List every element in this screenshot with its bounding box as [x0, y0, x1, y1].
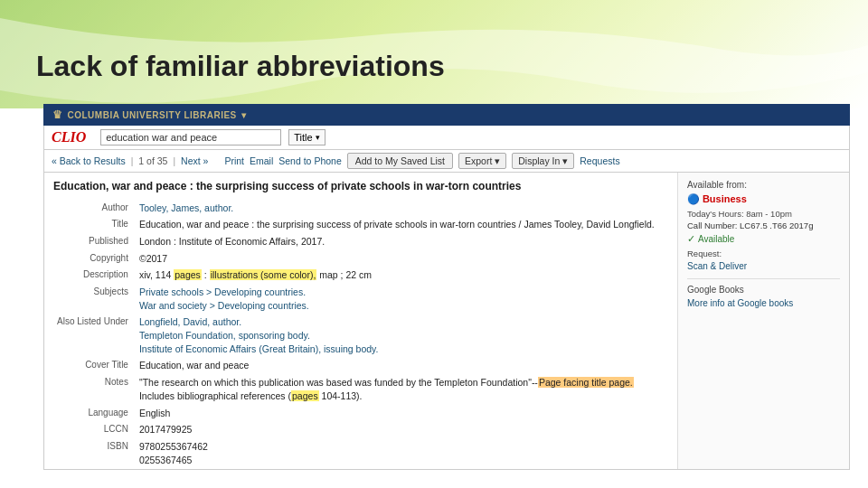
check-icon: ✓	[687, 233, 695, 245]
status-badge: Available	[698, 234, 734, 244]
location-row: 🔵 Business	[687, 193, 840, 205]
action-bar: « Back to Results | 1 of 35 | Next » Pri…	[43, 150, 850, 173]
author-value: Tooley, James, author.	[136, 200, 668, 217]
table-row: ISBN 97802553674620255367465	[53, 438, 668, 468]
search-input[interactable]	[100, 129, 281, 145]
table-row: Format Book	[53, 468, 668, 469]
bib-info-panel: Education, war and peace : the surprisin…	[44, 173, 677, 469]
table-row: Cover Title Education, war and peace	[53, 357, 668, 374]
location-icon: 🔵	[687, 193, 700, 204]
author-label: Author	[53, 200, 136, 217]
pagination-text: 1 of 35	[138, 155, 167, 166]
notes-value: "The research on which this publication …	[136, 374, 668, 404]
published-value: London : Institute of Economic Affairs, …	[136, 233, 668, 250]
clio-search-bar: CLIO Title ▾	[43, 126, 850, 150]
google-books-title: Google Books	[687, 285, 840, 295]
copyright-value: ©2017	[136, 250, 668, 267]
available-from-label: Available from:	[687, 180, 840, 190]
google-books-section: Google Books More info at Google books	[687, 278, 840, 308]
columbia-dropdown-arrow[interactable]: ▾	[241, 110, 247, 120]
table-row: Language English	[53, 405, 668, 422]
pages-highlight: pages	[174, 269, 202, 280]
call-number-label: Call Number:	[687, 221, 737, 230]
description-value: xiv, 114 pages : illustrations (some col…	[136, 267, 668, 284]
columbia-bar-text: Columbia University Libraries	[68, 110, 237, 120]
next-link[interactable]: Next »	[181, 155, 208, 166]
columbia-logo: ♛ Columbia University Libraries ▾	[52, 108, 246, 121]
search-type-dropdown[interactable]: Title ▾	[288, 129, 325, 145]
table-row: Notes "The research on which this public…	[53, 374, 668, 404]
title-label: Title	[53, 216, 136, 233]
print-link[interactable]: Print	[224, 155, 244, 166]
format-label: Format	[53, 468, 136, 469]
subjects-label: Subjects	[53, 284, 136, 314]
isbn-label: ISBN	[53, 438, 136, 468]
table-row: Also Listed Under Longfield, David, auth…	[53, 314, 668, 357]
clio-logo: CLIO	[52, 129, 86, 145]
status-row: ✓ Available	[687, 233, 840, 245]
copyright-label: Copyright	[53, 250, 136, 267]
also-listed-value: Longfield, David, author. Templeton Foun…	[136, 314, 668, 357]
lccn-label: LCCN	[53, 421, 136, 438]
cover-title-label: Cover Title	[53, 357, 136, 374]
crown-icon: ♛	[52, 108, 63, 121]
display-in-button[interactable]: Display In ▾	[512, 153, 574, 169]
language-label: Language	[53, 405, 136, 422]
table-row: LCCN 2017479925	[53, 421, 668, 438]
subject-link-2[interactable]: War and society > Developing countries.	[139, 300, 309, 311]
requests-link[interactable]: Requests	[580, 155, 619, 166]
published-label: Published	[53, 233, 136, 250]
call-number-value: LC67.5 .T66 2017g	[740, 221, 813, 230]
also-listed-label: Also Listed Under	[53, 314, 136, 357]
email-link[interactable]: Email	[250, 155, 273, 166]
display-arrow-icon: ▾	[562, 155, 568, 166]
subjects-value: Private schools > Developing countries. …	[136, 284, 668, 314]
display-in-label: Display In	[518, 155, 560, 166]
scan-deliver-link[interactable]: Scan & Deliver	[687, 261, 747, 271]
record-panel: Education, war and peace : the surprisin…	[43, 173, 850, 470]
cover-title-value: Education, war and peace	[136, 357, 668, 374]
separator-1: |	[131, 156, 134, 166]
back-to-results-link[interactable]: « Back to Results	[52, 155, 126, 166]
also-listed-link-2[interactable]: Templeton Foundation, sponsoring body.	[139, 330, 310, 341]
language-value: English	[136, 405, 668, 422]
bib-table: Author Tooley, James, author. Title Educ…	[53, 200, 668, 469]
lccn-value: 2017479925	[136, 421, 668, 438]
illustrations-highlight: illustrations (some color),	[210, 269, 317, 280]
hours-label: Today's Hours:	[687, 209, 744, 219]
hours-row: Today's Hours: 8am - 10pm	[687, 209, 840, 219]
google-books-link[interactable]: More info at Google books	[687, 298, 793, 308]
also-listed-link-3[interactable]: Institute of Economic Affairs (Great Bri…	[139, 343, 379, 354]
export-button[interactable]: Export ▾	[458, 153, 506, 169]
table-row: Copyright ©2017	[53, 250, 668, 267]
location-link[interactable]: Business	[703, 193, 747, 204]
notes-label: Notes	[53, 374, 136, 404]
main-content: ♛ Columbia University Libraries ▾ CLIO T…	[43, 104, 850, 470]
table-row: Author Tooley, James, author.	[53, 200, 668, 217]
description-label: Description	[53, 267, 136, 284]
pages-notes-highlight: pages	[291, 390, 319, 401]
hours-value: 8am - 10pm	[746, 209, 792, 219]
availability-panel: Available from: 🔵 Business Today's Hours…	[677, 173, 849, 469]
call-number-row: Call Number: LC67.5 .T66 2017g	[687, 221, 840, 230]
slide-title: Lack of familiar abbreviations	[36, 50, 445, 83]
isbn-value: 97802553674620255367465	[136, 438, 668, 468]
table-row: Description xiv, 114 pages : illustratio…	[53, 267, 668, 284]
page-facing-highlight: Page facing title page.	[538, 377, 634, 388]
also-listed-link-1[interactable]: Longfield, David, author.	[139, 316, 241, 327]
send-to-phone-link[interactable]: Send to Phone	[278, 155, 341, 166]
export-label: Export	[465, 155, 492, 166]
table-row: Published London : Institute of Economic…	[53, 233, 668, 250]
author-link[interactable]: Tooley, James, author.	[139, 202, 233, 213]
subject-link-1[interactable]: Private schools > Developing countries.	[139, 286, 306, 297]
table-row: Subjects Private schools > Developing co…	[53, 284, 668, 314]
dropdown-arrow-icon: ▾	[316, 133, 320, 142]
table-row: Title Education, war and peace : the sur…	[53, 216, 668, 233]
separator-2: |	[173, 156, 175, 166]
format-value: Book	[136, 468, 668, 469]
search-type-label: Title	[294, 132, 312, 143]
title-value: Education, war and peace : the surprisin…	[136, 216, 668, 233]
add-saved-list-button[interactable]: Add to My Saved List	[347, 153, 453, 169]
record-full-title: Education, war and peace : the surprisin…	[53, 180, 668, 194]
columbia-bar: ♛ Columbia University Libraries ▾	[43, 104, 850, 126]
